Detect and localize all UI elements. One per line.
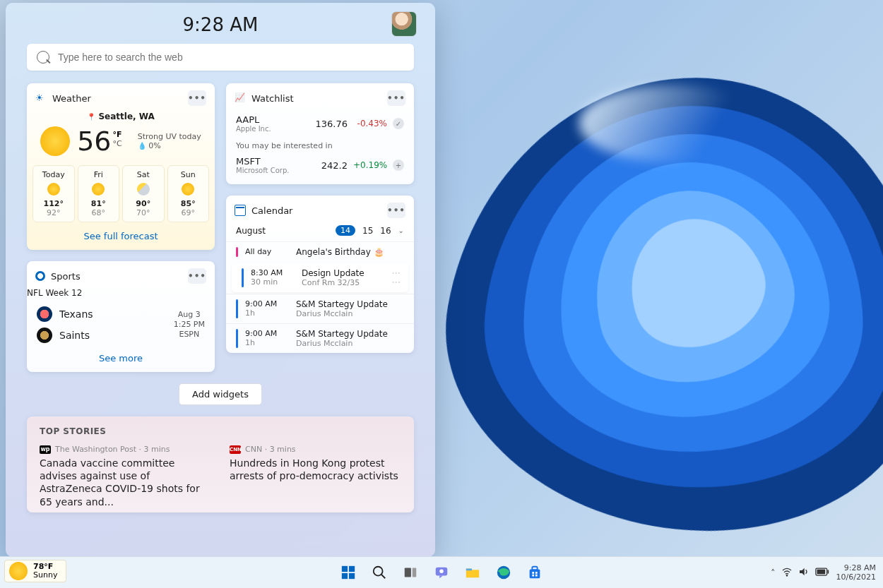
- team-row[interactable]: Texans: [37, 304, 167, 325]
- taskbar-search-button[interactable]: [366, 560, 393, 584]
- weather-title: Weather: [52, 93, 91, 104]
- weather-icon: [35, 92, 47, 104]
- wifi-icon[interactable]: [781, 566, 793, 580]
- search-input[interactable]: [57, 51, 404, 64]
- svg-line-5: [381, 575, 386, 579]
- weather-more-button[interactable]: •••: [188, 90, 206, 106]
- calendar-month: August: [236, 226, 266, 236]
- svg-rect-15: [532, 572, 534, 574]
- add-icon[interactable]: +: [393, 160, 404, 171]
- svg-point-19: [786, 575, 787, 575]
- svg-marker-20: [800, 568, 805, 575]
- svg-rect-14: [532, 567, 537, 570]
- edge-button[interactable]: [490, 560, 517, 584]
- forecast-day[interactable]: Sun85°69°: [167, 165, 210, 222]
- sports-more-button[interactable]: •••: [188, 268, 206, 284]
- svg-rect-6: [405, 568, 411, 577]
- sports-title: Sports: [51, 271, 81, 282]
- svg-rect-2: [342, 573, 348, 579]
- svg-rect-0: [342, 566, 348, 572]
- volume-icon[interactable]: [798, 566, 810, 580]
- sports-card[interactable]: Sports ••• NFL Week 12 Texans Saints Aug…: [27, 261, 215, 372]
- sports-icon: [35, 271, 45, 281]
- svg-point-4: [374, 567, 383, 576]
- wp-logo-icon: wp: [40, 445, 51, 454]
- taskbar-weather-widget[interactable]: 78°F Sunny: [4, 560, 66, 582]
- svg-rect-22: [817, 569, 825, 574]
- calendar-selected-date[interactable]: 14: [336, 225, 355, 236]
- svg-point-10: [439, 569, 444, 573]
- search-icon: [37, 51, 49, 64]
- watchlist-more-button[interactable]: •••: [387, 90, 405, 106]
- svg-rect-3: [349, 573, 355, 579]
- taskbar-datetime[interactable]: 9:28 AM 10/6/2021: [836, 563, 876, 582]
- story-item[interactable]: wp The Washington Post · 3 mins Canada v…: [40, 445, 211, 508]
- current-temp: 56 °F°C: [77, 126, 122, 157]
- weather-location: Seattle, WA: [27, 112, 215, 121]
- svg-rect-17: [532, 575, 534, 577]
- chevron-down-icon[interactable]: ⌄: [398, 227, 404, 234]
- drag-handle-icon[interactable]: ⋮⋮: [391, 269, 401, 287]
- watchlist-card[interactable]: Watchlist ••• AAPLApple Inc. 136.76-0.43…: [226, 83, 414, 184]
- forecast-day[interactable]: Today112°92°: [32, 165, 75, 222]
- watchlist-title: Watchlist: [251, 93, 294, 104]
- store-button[interactable]: [521, 560, 548, 584]
- game-time: Aug 3 1:25 PM ESPN: [174, 310, 205, 340]
- calendar-icon: [235, 205, 246, 216]
- calendar-date-picker[interactable]: 14 15 16 ⌄: [336, 225, 404, 236]
- forecast-day[interactable]: Fri81°68°: [78, 165, 120, 222]
- tray-chevron-icon[interactable]: ˄: [771, 568, 776, 578]
- watchlist-row[interactable]: MSFTMicrosoft Corp. 242.2+0.19% +: [226, 152, 414, 179]
- pin-icon: [87, 112, 95, 121]
- file-explorer-button[interactable]: [459, 560, 486, 584]
- panel-clock: 9:28 AM: [27, 14, 414, 35]
- add-widgets-button[interactable]: Add widgets: [179, 383, 262, 405]
- weather-card[interactable]: Weather ••• Seattle, WA 56 °F°C Strong U…: [27, 83, 215, 250]
- svg-rect-18: [535, 575, 538, 577]
- profile-avatar[interactable]: [391, 11, 417, 37]
- calendar-event[interactable]: 9:00 AM1h S&M Startegy UpdateDarius Mccl…: [226, 294, 414, 323]
- cnn-logo-icon: CNN: [230, 445, 241, 454]
- calendar-event[interactable]: 8:30 AM30 min Design UpdateConf Rm 32/35…: [232, 263, 408, 292]
- texans-logo: [37, 306, 52, 322]
- task-view-button[interactable]: [397, 560, 424, 584]
- see-full-forecast-link[interactable]: See full forecast: [83, 231, 158, 241]
- sports-subtitle: NFL Week 12: [27, 288, 215, 298]
- svg-rect-7: [413, 568, 417, 577]
- watchlist-row[interactable]: AAPLApple Inc. 136.76-0.43% ✓: [226, 110, 414, 137]
- team-row[interactable]: Saints: [37, 325, 167, 346]
- chart-icon: [235, 92, 246, 104]
- svg-rect-23: [827, 570, 829, 573]
- widgets-panel: 9:28 AM Weather ••• Seattle, WA 56 °F°C: [6, 3, 435, 557]
- svg-marker-9: [439, 576, 443, 579]
- watchlist-suggestion-label: You may be interested in: [226, 137, 414, 152]
- top-stories-card[interactable]: TOP STORIES wp The Washington Post · 3 m…: [27, 416, 414, 512]
- svg-rect-11: [466, 569, 472, 571]
- search-bar[interactable]: [27, 44, 414, 71]
- calendar-event[interactable]: 9:00 AM1h S&M Startegy UpdateDarius Mccl…: [226, 323, 414, 353]
- check-icon[interactable]: ✓: [393, 118, 404, 129]
- see-more-sports-link[interactable]: See more: [99, 353, 143, 364]
- sun-icon: [9, 562, 28, 580]
- sun-icon: [40, 126, 70, 156]
- taskbar: 78°F Sunny ˄: [0, 556, 883, 588]
- calendar-event[interactable]: All day Angela's Birthday 🎂: [226, 241, 414, 262]
- top-stories-heading: TOP STORIES: [40, 426, 401, 436]
- panel-header: 9:28 AM: [27, 11, 414, 42]
- story-item[interactable]: CNN CNN · 3 mins Hundreds in Hong Kong p…: [230, 445, 401, 508]
- chat-button[interactable]: [428, 560, 455, 584]
- svg-rect-16: [535, 572, 538, 574]
- taskbar-condition: Sunny: [33, 571, 57, 580]
- weather-conditions: Strong UV today 0%: [138, 132, 201, 150]
- wallpaper-bloom: [438, 56, 883, 551]
- calendar-card[interactable]: Calendar ••• August 14 15 16 ⌄ All day A…: [226, 196, 414, 353]
- battery-icon[interactable]: [815, 568, 829, 578]
- svg-rect-13: [530, 569, 540, 578]
- drop-icon: [138, 141, 146, 150]
- calendar-more-button[interactable]: •••: [387, 203, 405, 218]
- start-button[interactable]: [335, 560, 362, 584]
- forecast-day[interactable]: Sat90°70°: [122, 165, 165, 222]
- saints-logo: [37, 328, 52, 343]
- calendar-title: Calendar: [251, 205, 292, 216]
- svg-rect-1: [349, 566, 355, 572]
